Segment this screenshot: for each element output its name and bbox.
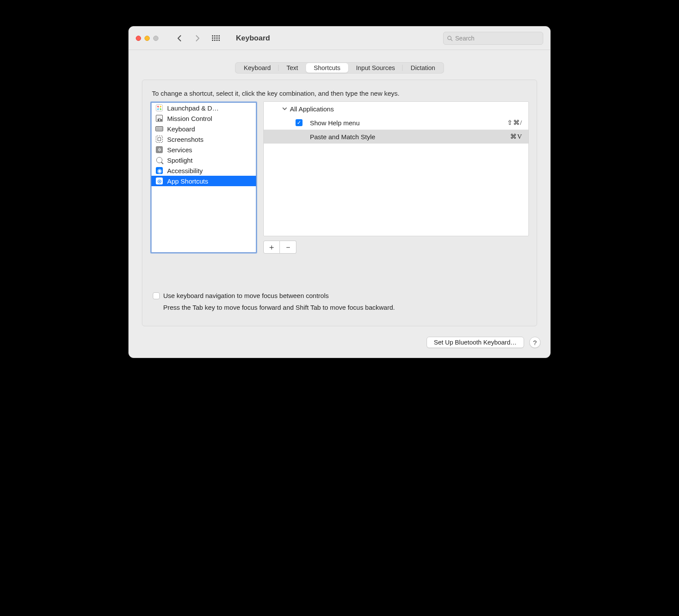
group-label: All Applications [290, 105, 522, 113]
shortcuts-table[interactable]: All Applications ✓ Show Help menu ⇧⌘/ Pa… [263, 101, 529, 236]
category-keyboard[interactable]: Keyboard [151, 124, 256, 134]
category-label: App Shortcuts [167, 177, 208, 185]
tab-bar: Keyboard Text Shortcuts Input Sources Di… [129, 50, 550, 80]
titlebar: Keyboard [129, 27, 550, 50]
tab-label: Text [286, 64, 298, 71]
category-launchpad[interactable]: Launchpad & D… [151, 103, 256, 113]
instruction-text: To change a shortcut, select it, click t… [152, 90, 529, 97]
back-button[interactable] [175, 34, 184, 43]
grid-icon [212, 35, 220, 41]
svg-line-1 [451, 39, 452, 40]
help-button[interactable]: ? [529, 337, 541, 348]
screenshots-icon [155, 135, 164, 144]
show-all-button[interactable] [212, 34, 220, 43]
nav-buttons [175, 34, 220, 43]
category-list[interactable]: Launchpad & D… Mission Control Keyboard … [150, 101, 257, 254]
launchpad-icon [155, 104, 164, 112]
table-group-row[interactable]: All Applications [264, 102, 528, 116]
add-remove-buttons: ＋ － [263, 241, 529, 254]
services-icon: ✲ [155, 145, 164, 154]
category-label: Mission Control [167, 115, 212, 122]
app-shortcuts-icon: ⊛ [155, 177, 164, 185]
window-title: Keyboard [236, 34, 270, 43]
close-icon[interactable] [136, 36, 141, 41]
window-controls [136, 36, 158, 41]
shortcut-keys[interactable]: ⇧⌘/ [507, 119, 522, 127]
category-spotlight[interactable]: Spotlight [151, 155, 256, 165]
category-label: Spotlight [167, 157, 192, 164]
forward-button[interactable] [193, 34, 202, 43]
button-label: Set Up Bluetooth Keyboard… [434, 339, 517, 346]
shortcut-checkbox[interactable]: ✓ [290, 119, 308, 126]
tab-input-sources[interactable]: Input Sources [348, 63, 403, 73]
zoom-icon[interactable] [153, 36, 158, 41]
table-row[interactable]: ✓ Show Help menu ⇧⌘/ [264, 116, 528, 130]
bluetooth-keyboard-button[interactable]: Set Up Bluetooth Keyboard… [427, 337, 524, 348]
minimize-icon[interactable] [145, 36, 150, 41]
category-services[interactable]: ✲ Services [151, 144, 256, 155]
accessibility-icon: ◉ [155, 166, 164, 175]
help-icon: ? [533, 339, 537, 346]
search-field[interactable] [443, 32, 543, 45]
category-label: Screenshots [167, 136, 203, 143]
category-label: Launchpad & D… [167, 104, 218, 112]
keyboard-nav-option: Use keyboard navigation to move focus be… [150, 292, 529, 311]
keyboard-nav-label: Use keyboard navigation to move focus be… [163, 292, 329, 299]
tab-text[interactable]: Text [279, 63, 306, 73]
footer: Set Up Bluetooth Keyboard… ? [129, 334, 550, 358]
disclosure-triangle-icon[interactable] [264, 106, 290, 111]
tab-label: Shortcuts [314, 64, 340, 71]
tab-label: Keyboard [244, 64, 271, 71]
tab-shortcuts[interactable]: Shortcuts [306, 63, 348, 73]
keyboard-nav-checkbox[interactable] [153, 292, 160, 299]
category-accessibility[interactable]: ◉ Accessibility [151, 165, 256, 176]
shortcut-label: Show Help menu [308, 119, 507, 127]
preferences-window: Keyboard Keyboard Text Shortcuts Input S… [128, 26, 551, 358]
tab-label: Dictation [410, 64, 435, 71]
tab-label: Input Sources [356, 64, 395, 71]
category-label: Keyboard [167, 125, 195, 133]
right-column: All Applications ✓ Show Help menu ⇧⌘/ Pa… [263, 101, 529, 254]
search-input[interactable] [455, 35, 539, 42]
shortcuts-pane: To change a shortcut, select it, click t… [142, 80, 537, 326]
tab-keyboard[interactable]: Keyboard [236, 63, 279, 73]
tab-dictation[interactable]: Dictation [403, 63, 443, 73]
mission-control-icon [155, 114, 164, 123]
spotlight-icon [155, 156, 164, 164]
table-row[interactable]: Paste and Match Style ⌘V [264, 130, 528, 144]
category-label: Accessibility [167, 167, 203, 174]
shortcut-label: Paste and Match Style [308, 133, 510, 141]
search-icon [447, 35, 453, 41]
add-button[interactable]: ＋ [263, 241, 280, 254]
category-app-shortcuts[interactable]: ⊛ App Shortcuts [151, 176, 256, 186]
split-panes: Launchpad & D… Mission Control Keyboard … [150, 101, 529, 254]
shortcut-keys[interactable]: ⌘V [510, 133, 522, 141]
segmented-control: Keyboard Text Shortcuts Input Sources Di… [235, 62, 444, 74]
category-screenshots[interactable]: Screenshots [151, 134, 256, 144]
category-mission-control[interactable]: Mission Control [151, 113, 256, 124]
category-label: Services [167, 146, 192, 154]
keyboard-nav-hint: Press the Tab key to move focus forward … [163, 304, 529, 311]
remove-button[interactable]: － [280, 241, 296, 254]
keyboard-icon [155, 124, 164, 133]
